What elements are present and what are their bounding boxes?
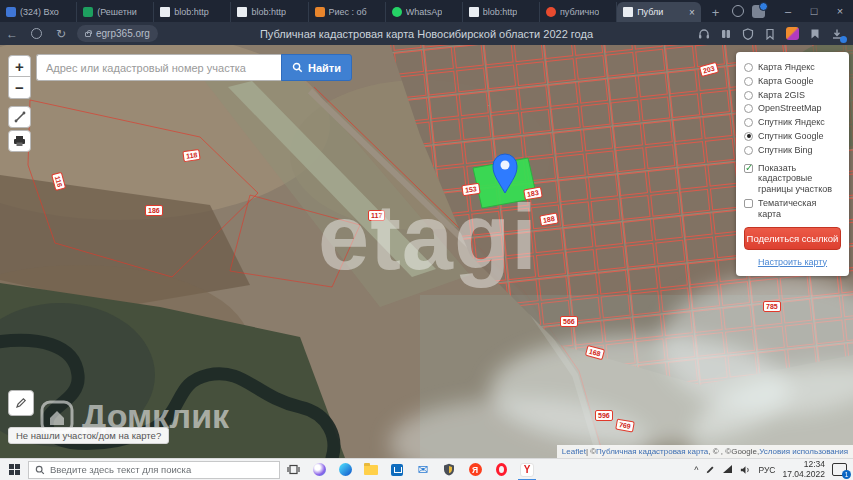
extension-avatar-icon[interactable] [786, 27, 799, 40]
volume-icon[interactable] [740, 465, 751, 475]
browser-logo-icon[interactable] [31, 28, 42, 39]
radio-selected-icon[interactable] [744, 132, 753, 141]
yandex-icon: Я [469, 463, 482, 476]
pen-icon[interactable] [705, 465, 715, 475]
checkbox-icon[interactable] [744, 199, 753, 208]
search-input[interactable] [36, 54, 281, 81]
radio-icon[interactable] [744, 104, 753, 113]
radio-icon[interactable] [744, 77, 753, 86]
address-bar[interactable]: egrp365.org [77, 25, 158, 42]
parcel-label[interactable]: 186 [145, 205, 163, 216]
store-button[interactable] [384, 459, 410, 480]
browser-sync-icon[interactable] [732, 5, 744, 17]
browser-tab[interactable]: blob:http [231, 2, 308, 22]
bookmark-icon[interactable] [764, 28, 776, 40]
draw-parcel-button[interactable] [8, 390, 34, 416]
minimize-button[interactable]: – [775, 0, 801, 22]
browser-tab[interactable]: WhatsAp [386, 2, 463, 22]
find-button[interactable]: Найти [281, 54, 352, 81]
measure-button[interactable] [8, 106, 31, 128]
headphones-icon[interactable] [698, 28, 710, 40]
document-icon [160, 7, 170, 17]
layer-option-yandex-map[interactable]: Карта Яндекс [744, 62, 841, 73]
browser-tab[interactable]: blob:http [154, 2, 231, 22]
layer-option-yandex-sat[interactable]: Спутник Яндекс [744, 117, 841, 128]
collections-flag-icon[interactable] [809, 28, 821, 40]
edge-button[interactable] [332, 459, 358, 480]
layer-option-bing-sat[interactable]: Спутник Bing [744, 145, 841, 156]
browser-tab[interactable]: (324) Вхо [0, 2, 77, 22]
protect-icon[interactable] [742, 28, 754, 40]
browser-tab[interactable]: blob:http [463, 2, 540, 22]
new-tab-button[interactable]: + [707, 2, 724, 22]
restore-button[interactable]: □ [801, 0, 827, 22]
profile-icon[interactable] [752, 5, 765, 18]
configure-map-link[interactable]: Настроить карту [744, 257, 841, 267]
cortana-button[interactable] [306, 459, 332, 480]
search-icon [292, 62, 303, 73]
find-button-label: Найти [308, 62, 341, 74]
whatsapp-icon [392, 7, 402, 17]
parcel-label[interactable]: 117 [368, 210, 385, 221]
terms-link[interactable]: Условия использования [759, 447, 848, 456]
checkbox-checked-icon[interactable] [744, 164, 753, 173]
radio-icon[interactable] [744, 118, 753, 127]
pkk-link[interactable]: Публичная кадастровая карта [596, 447, 708, 456]
edge-icon [339, 463, 352, 476]
action-center-button[interactable]: 1 [832, 463, 847, 476]
mail-button[interactable]: ✉ [410, 459, 436, 480]
yandex-browser-button[interactable]: Y [514, 459, 540, 480]
browser-tab[interactable]: публично [540, 2, 617, 22]
thematic-map-checkbox[interactable]: Тематическая карта [744, 198, 841, 220]
leaflet-link[interactable]: Leaflet [562, 447, 586, 456]
print-button[interactable] [8, 130, 31, 152]
yandex-button[interactable]: Я [462, 459, 488, 480]
share-link-button[interactable]: Поделиться ссылкой [744, 227, 841, 250]
layer-option-google-sat[interactable]: Спутник Google [744, 131, 841, 142]
zoom-out-button[interactable]: − [8, 77, 31, 99]
browser-tab[interactable]: Риес : об [309, 2, 386, 22]
clock[interactable]: 12:34 17.04.2022 [782, 460, 825, 479]
close-window-button[interactable]: × [827, 0, 853, 22]
back-icon[interactable]: ← [0, 27, 24, 41]
radio-icon[interactable] [744, 146, 753, 155]
antivirus-button[interactable] [436, 459, 462, 480]
network-icon[interactable] [722, 465, 733, 474]
layer-option-2gis-map[interactable]: Карта 2GIS [744, 90, 841, 101]
radio-icon[interactable] [744, 91, 753, 100]
document-icon [623, 7, 633, 17]
browser-tab[interactable]: (Решетни [77, 2, 154, 22]
ruler-icon [14, 111, 26, 123]
extensions-icon[interactable] [720, 28, 732, 40]
parcel-label[interactable]: 566 [560, 316, 578, 327]
start-button[interactable] [0, 459, 28, 480]
shield-icon [443, 463, 455, 476]
window-controls: – □ × [724, 0, 853, 22]
opera-button[interactable] [488, 459, 514, 480]
file-explorer-button[interactable] [358, 459, 384, 480]
cortana-icon [313, 463, 326, 476]
layer-option-osm[interactable]: OpenStreetMap [744, 103, 841, 114]
radio-icon[interactable] [744, 63, 753, 72]
reload-icon[interactable]: ↻ [49, 27, 73, 41]
url-text: egrp365.org [96, 28, 150, 39]
yandex-browser-icon: Y [520, 463, 534, 477]
cadastral-map[interactable]: 233 118 116 186 117 153 183 188 203 566 … [0, 45, 853, 458]
language-indicator[interactable]: РУС [758, 465, 775, 475]
show-boundaries-checkbox[interactable]: Показать кадастровые границы участков [744, 163, 841, 195]
taskbar-search-input[interactable] [50, 464, 273, 475]
tab-title: blob:http [174, 7, 209, 17]
tray-expand-icon[interactable]: ^ [694, 465, 698, 475]
browser-tab-active[interactable]: Публи × [617, 2, 701, 22]
download-icon[interactable] [831, 28, 843, 40]
satellite-imagery [0, 45, 853, 458]
parcel-label[interactable]: 596 [595, 410, 613, 421]
zoom-in-button[interactable]: + [8, 55, 31, 77]
parcel-label[interactable]: 785 [763, 301, 781, 312]
layer-option-google-map[interactable]: Карта Google [744, 76, 841, 87]
taskbar-search[interactable] [28, 461, 280, 479]
close-tab-icon[interactable]: × [689, 7, 695, 18]
task-view-button[interactable] [280, 459, 306, 480]
document-icon [237, 7, 247, 17]
tab-title: blob:http [483, 7, 518, 17]
